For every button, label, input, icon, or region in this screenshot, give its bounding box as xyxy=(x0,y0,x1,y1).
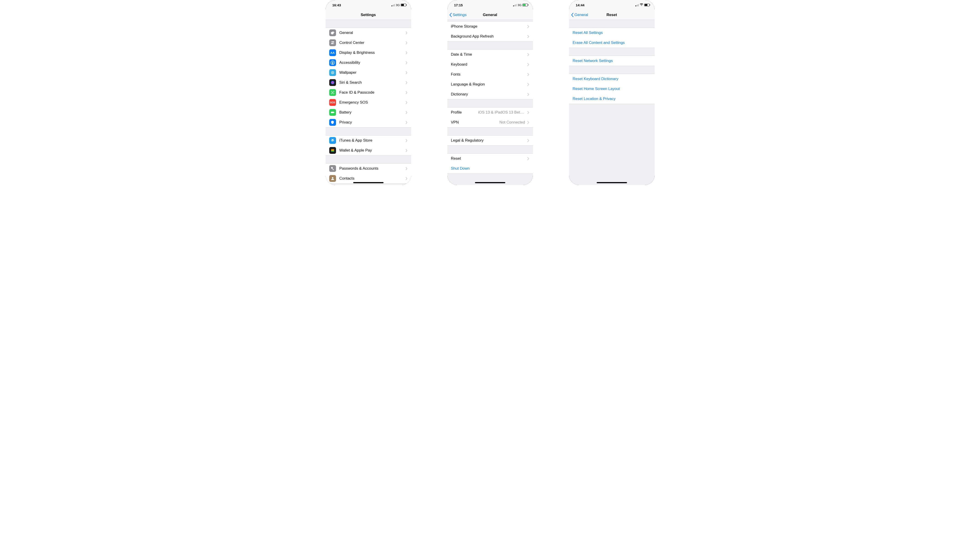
row-reset[interactable]: Reset xyxy=(447,154,533,164)
siri-icon xyxy=(329,79,336,86)
screen: 16:43 3G Settings GeneralControl CenterA… xyxy=(326,0,411,185)
row-label: Reset Network Settings xyxy=(573,59,651,63)
settings-group: ResetShut Down xyxy=(447,153,533,174)
svg-rect-13 xyxy=(331,149,334,150)
row-siri-search[interactable]: Siri & Search xyxy=(326,78,411,87)
row-reset-network-settings[interactable]: Reset Network Settings xyxy=(569,56,655,66)
settings-group: iTunes & App StoreWallet & Apple Pay xyxy=(326,135,411,156)
svg-point-2 xyxy=(331,41,332,42)
accessibility-icon xyxy=(329,59,336,66)
row-wallet-apple-pay[interactable]: Wallet & Apple Pay xyxy=(326,145,411,156)
AA-icon: AA xyxy=(329,49,336,56)
status-bar: 17:15 3G xyxy=(447,0,533,10)
section-gap xyxy=(326,184,411,185)
chevron-left-icon xyxy=(571,13,574,17)
row-background-app-refresh[interactable]: Background App Refresh xyxy=(447,32,533,41)
svg-point-9 xyxy=(332,92,332,92)
chevron-right-icon xyxy=(406,91,407,94)
row-label: Siri & Search xyxy=(339,80,403,85)
chevron-right-icon xyxy=(527,139,529,142)
row-vpn[interactable]: VPNNot Connected xyxy=(447,118,533,127)
back-button[interactable]: General xyxy=(569,13,588,17)
row-privacy[interactable]: Privacy xyxy=(326,118,411,127)
row-control-center[interactable]: Control Center xyxy=(326,38,411,48)
row-label: Language & Region xyxy=(451,82,525,87)
row-dictionary[interactable]: Dictionary xyxy=(447,89,533,99)
screen: 14:44 General Reset Reset All SettingsEr… xyxy=(569,0,655,185)
row-label: Keyboard xyxy=(451,62,525,67)
row-accessibility[interactable]: Accessibility xyxy=(326,58,411,68)
home-indicator[interactable] xyxy=(475,182,505,183)
row-label: General xyxy=(339,30,403,35)
row-label: Emergency SOS xyxy=(339,100,403,105)
signal-icon xyxy=(513,4,517,6)
row-reset-all-settings[interactable]: Reset All Settings xyxy=(569,28,655,38)
row-display-brightness[interactable]: AADisplay & Brightness xyxy=(326,48,411,58)
row-detail: iOS 13 & iPadOS 13 Beta Software Profile… xyxy=(478,110,525,115)
section-gap xyxy=(326,20,411,28)
row-fonts[interactable]: Fonts xyxy=(447,70,533,79)
chevron-right-icon xyxy=(527,157,529,160)
content-area[interactable]: Reset All SettingsErase All Content and … xyxy=(569,20,655,185)
home-indicator[interactable] xyxy=(353,182,383,183)
phone-general: 17:15 3G Settings General iPhone Storage… xyxy=(447,0,533,185)
row-label: Dictionary xyxy=(451,92,525,97)
status-indicators: 3G xyxy=(391,3,406,7)
row-label: Contacts xyxy=(339,176,403,181)
row-label: Date & Time xyxy=(451,52,525,57)
row-label: Battery xyxy=(339,110,403,115)
row-iphone-storage[interactable]: iPhone Storage xyxy=(447,22,533,32)
row-keyboard[interactable]: Keyboard xyxy=(447,59,533,70)
chevron-right-icon xyxy=(406,149,407,152)
row-general[interactable]: General xyxy=(326,28,411,38)
chevron-right-icon xyxy=(406,177,407,180)
content-area[interactable]: GeneralControl CenterAADisplay & Brightn… xyxy=(326,20,411,185)
svg-point-5 xyxy=(332,61,333,62)
chevron-right-icon xyxy=(406,41,407,44)
row-itunes-app-store[interactable]: iTunes & App Store xyxy=(326,135,411,145)
row-wallpaper[interactable]: Wallpaper xyxy=(326,68,411,78)
chevron-right-icon xyxy=(406,71,407,74)
row-profile[interactable]: ProfileiOS 13 & iPadOS 13 Beta Software … xyxy=(447,108,533,118)
svg-point-17 xyxy=(332,177,333,179)
row-legal-regulatory[interactable]: Legal & Regulatory xyxy=(447,135,533,145)
row-label: iPhone Storage xyxy=(451,24,525,29)
row-passwords-accounts[interactable]: Passwords & Accounts xyxy=(326,164,411,173)
battery-icon xyxy=(401,4,406,6)
nav-bar: Settings xyxy=(326,10,411,20)
row-language-region[interactable]: Language & Region xyxy=(447,79,533,89)
row-erase-all-content-and-settings[interactable]: Erase All Content and Settings xyxy=(569,38,655,48)
sos-icon: SOS xyxy=(329,99,336,106)
row-reset-keyboard-dictionary[interactable]: Reset Keyboard Dictionary xyxy=(569,74,655,84)
row-date-time[interactable]: Date & Time xyxy=(447,49,533,59)
svg-rect-15 xyxy=(331,151,334,152)
section-gap xyxy=(447,100,533,107)
row-battery[interactable]: Battery xyxy=(326,108,411,118)
svg-point-6 xyxy=(332,72,333,73)
content-area[interactable]: iPhone StorageBackground App RefreshDate… xyxy=(447,20,533,185)
row-face-id-passcode[interactable]: Face ID & Passcode xyxy=(326,87,411,97)
status-indicators: 3G xyxy=(513,3,528,7)
back-label: Settings xyxy=(453,13,466,17)
row-label: Wallet & Apple Pay xyxy=(339,148,403,153)
toggles-icon xyxy=(329,40,336,46)
row-label: Passwords & Accounts xyxy=(339,166,403,171)
row-reset-location-privacy[interactable]: Reset Location & Privacy xyxy=(569,94,655,104)
battery-icon xyxy=(522,4,528,6)
row-emergency-sos[interactable]: SOSEmergency SOS xyxy=(326,97,411,108)
row-label: Background App Refresh xyxy=(451,34,525,39)
settings-group: ProfileiOS 13 & iPadOS 13 Beta Software … xyxy=(447,107,533,127)
chevron-left-icon xyxy=(449,13,452,17)
section-gap xyxy=(447,127,533,135)
row-label: Fonts xyxy=(451,72,525,77)
chevron-right-icon xyxy=(527,63,529,66)
contacts-icon xyxy=(329,175,336,182)
settings-group: Date & TimeKeyboardFontsLanguage & Regio… xyxy=(447,49,533,100)
row-label: Accessibility xyxy=(339,60,403,65)
back-button[interactable]: Settings xyxy=(447,13,466,17)
row-shut-down[interactable]: Shut Down xyxy=(447,164,533,173)
home-indicator[interactable] xyxy=(597,182,627,183)
section-gap xyxy=(569,66,655,74)
row-reset-home-screen-layout[interactable]: Reset Home Screen Layout xyxy=(569,84,655,94)
screen: 17:15 3G Settings General iPhone Storage… xyxy=(447,0,533,185)
